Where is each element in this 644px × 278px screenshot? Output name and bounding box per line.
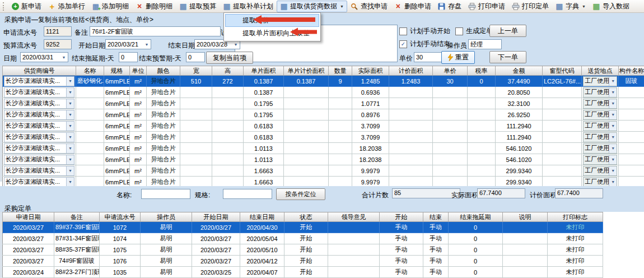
cell-颜色[interactable]: 异地合片 — [147, 165, 180, 177]
cell-宽[interactable]: 510 — [180, 87, 212, 98]
cell-规格[interactable]: 6mmPLE... — [104, 109, 130, 121]
cell-颜色[interactable]: 异地合片 — [147, 143, 180, 154]
cell-单价[interactable]: 30 — [433, 87, 468, 98]
cell-税率[interactable] — [468, 154, 496, 165]
cell-税率[interactable] — [468, 132, 496, 143]
cell-数量[interactable]: 6 — [329, 132, 352, 143]
chevron-down-icon[interactable]: ▼ — [60, 53, 68, 62]
cell-高[interactable]: 1310 — [212, 154, 244, 165]
cell-开始日期[interactable]: 2020/03/25 — [192, 267, 240, 278]
cell-名称[interactable]: 磨砂钢化... — [76, 87, 104, 98]
cell-操作员[interactable]: 易明 — [141, 267, 192, 278]
cell-状态[interactable]: 开始 — [284, 222, 328, 233]
cell-申请流水号[interactable]: 1075 — [100, 244, 141, 256]
cell-结束[interactable]: 手动 — [423, 244, 449, 256]
supplier-combobox[interactable]: 长沙市潇湘玻璃实...▼ — [3, 76, 76, 87]
cell-开始[interactable]: 手动 — [380, 256, 423, 267]
orders-column-header-10[interactable]: 结束拖延期 — [449, 212, 503, 222]
column-header-5[interactable]: 宽 — [180, 66, 212, 76]
end-warn-input[interactable] — [186, 52, 205, 62]
orders-column-header-9[interactable]: 结束 — [423, 212, 449, 222]
cell-窗型代码[interactable]: LC48L-76#... — [543, 165, 582, 177]
cell-颜色[interactable]: 异地合片 — [147, 132, 180, 143]
cell-宽[interactable]: 660 — [180, 98, 212, 109]
cell-宽[interactable]: 1272 — [180, 165, 212, 177]
dropdown-arrow-icon[interactable]: ▼ — [582, 4, 586, 8]
cell-金额[interactable]: 26.9250 — [496, 109, 543, 121]
cell-操作员[interactable]: 易明 — [141, 256, 192, 267]
cell-说明[interactable] — [503, 222, 548, 233]
cell-高[interactable]: 1310 — [212, 143, 244, 154]
supplier-combobox[interactable]: 长沙市潇湘玻璃实...▼ — [4, 155, 74, 165]
chevron-down-icon[interactable]: ▼ — [66, 110, 74, 119]
checkbox-icon[interactable] — [455, 27, 463, 35]
cell-窗型代码[interactable]: LC33R-76#... — [543, 154, 582, 165]
cell-高[interactable]: 272 — [212, 87, 244, 98]
menu-item[interactable]: 提取单片面积向上取整 — [225, 27, 319, 40]
cell-领导意见[interactable] — [328, 222, 380, 233]
cell-单片计价面积[interactable]: 0.6183 — [284, 132, 329, 143]
delivery-combobox[interactable]: 工厂使用▼ — [582, 121, 619, 132]
delivery-combobox[interactable]: 工厂使用▼ — [582, 165, 619, 177]
checkbox-icon[interactable] — [399, 27, 407, 35]
cell-单片计价面积[interactable]: 0.1387 — [284, 87, 329, 98]
supplier-combobox[interactable]: 长沙市潇湘玻璃实...▼ — [4, 143, 74, 154]
detail-row[interactable]: 长沙市潇湘玻璃实...▼磨砂钢化...6mmPLE...m²异地合片510272… — [3, 87, 644, 98]
remark-input[interactable] — [90, 26, 221, 36]
cell-规格[interactable]: 6mmPLE... — [104, 121, 130, 132]
cell-单片计价面积[interactable]: 0.1795 — [284, 109, 329, 121]
cell-宽[interactable]: 772 — [180, 154, 212, 165]
cell-名称[interactable]: 磨砂钢化... — [76, 76, 104, 87]
cell-结束日期[interactable]: 2020/04/07 — [240, 267, 284, 278]
cell-计价面积[interactable]: 3.7098 — [389, 121, 433, 132]
cell-税率[interactable] — [468, 121, 496, 132]
chevron-down-icon[interactable]: ▼ — [609, 122, 617, 131]
delivery-combobox[interactable]: 工厂使用▼ — [583, 99, 617, 109]
cell-说明[interactable] — [503, 256, 548, 267]
cell-操作员[interactable]: 易明 — [141, 222, 192, 233]
cell-实际面积[interactable]: 9.9979 — [352, 165, 389, 177]
detail-row[interactable]: 长沙市潇湘玻璃实...▼钢化室内...6mmPLE...m²异地合片127213… — [3, 165, 644, 177]
cell-结束拖延期[interactable]: 0 — [449, 267, 503, 278]
cell-单位[interactable]: m² — [130, 76, 147, 87]
supplier-combobox[interactable]: 长沙市潇湘玻璃实...▼ — [3, 154, 76, 165]
menu-item[interactable]: 提取定价 — [225, 14, 319, 27]
cell-窗型代码[interactable]: LC30L-76#... — [543, 121, 582, 132]
cell-领导意见[interactable] — [328, 244, 380, 256]
copy-current-button[interactable]: 复制当前项 — [206, 52, 253, 64]
supplier-combobox[interactable]: 长沙市潇湘玻璃实...▼ — [4, 132, 74, 142]
cell-单位[interactable]: m² — [130, 121, 147, 132]
toolbar-button-extract-supplement-plan[interactable]: ▦提取补单计划 — [220, 1, 277, 12]
chevron-down-icon[interactable]: ▼ — [609, 166, 617, 175]
delivery-combobox[interactable]: 工厂使用▼ — [583, 132, 617, 142]
cell-规格[interactable]: 6mmPLE... — [104, 76, 130, 87]
cell-开始日期[interactable]: 2020/03/27 — [192, 244, 240, 256]
cell-单片面积[interactable]: 0.1387 — [244, 76, 284, 87]
cell-单片计价面积[interactable]: 1.6663 — [284, 165, 329, 177]
cell-构件名称[interactable]: 固玻 — [619, 154, 644, 165]
cell-备注[interactable]: 88#35-37F窗固玻 — [54, 244, 100, 256]
cell-数量[interactable]: 6 — [329, 121, 352, 132]
cell-备注[interactable]: 88#23-27F门顶玻 — [54, 267, 100, 278]
cell-说明[interactable] — [503, 267, 548, 278]
cell-开始[interactable]: 手动 — [380, 233, 423, 244]
orders-column-header-3[interactable]: 操作员 — [141, 212, 192, 222]
cell-构件名称[interactable]: 固玻 — [619, 121, 644, 132]
cell-状态[interactable]: 开始 — [284, 256, 328, 267]
toolbar-button-delete-detail[interactable]: ×删除明细 — [132, 1, 176, 12]
cell-计价面积[interactable]: 3.7098 — [389, 132, 433, 143]
cell-申请日期[interactable]: 2020/03/24 — [3, 267, 54, 278]
cell-实际面积[interactable]: 18.2038 — [352, 143, 389, 154]
cell-状态[interactable]: 开始 — [284, 233, 328, 244]
cell-领导意见[interactable] — [328, 267, 380, 278]
delivery-combobox[interactable]: 工厂使用▼ — [582, 143, 619, 154]
cell-单片面积[interactable]: 1.0113 — [244, 143, 284, 154]
cell-操作员[interactable]: 易明 — [141, 244, 192, 256]
orders-column-header-2[interactable]: 申请流水号 — [100, 212, 141, 222]
delivery-combobox[interactable]: 工厂使用▼ — [583, 76, 617, 86]
cell-数量[interactable]: 5 — [329, 109, 352, 121]
cell-计价面积[interactable]: 0.8975 — [389, 109, 433, 121]
cell-税率[interactable] — [468, 165, 496, 177]
orders-column-header-12[interactable]: 打印标志 — [548, 212, 603, 222]
order-row[interactable]: 2020/03/2488#23-27F门顶玻1035易明2020/03/2520… — [3, 267, 603, 278]
